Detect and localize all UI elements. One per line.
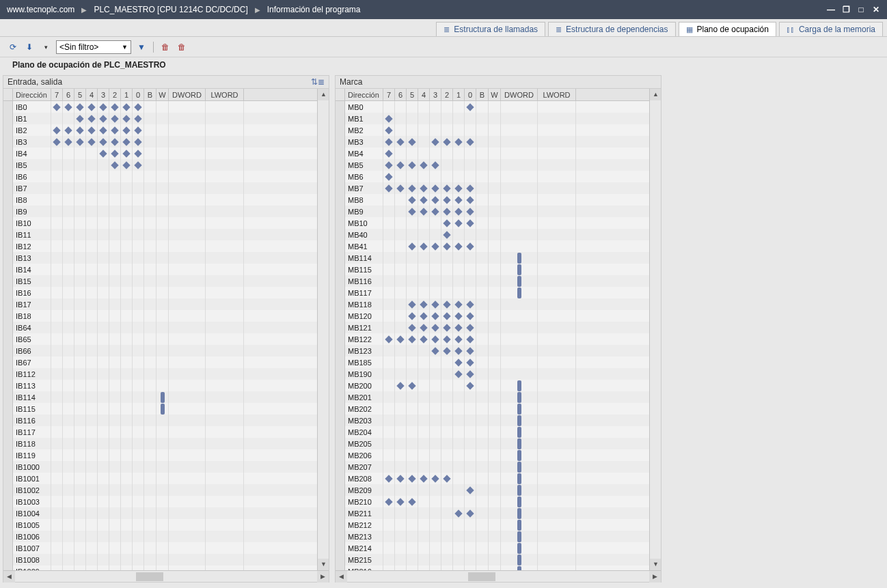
restore-button[interactable]: ❐ [839, 3, 853, 16]
column-options-icon[interactable]: ⇅≣ [311, 77, 325, 87]
table-row[interactable]: MB41 [336, 240, 649, 252]
col-dword[interactable]: DWORD [501, 89, 538, 100]
table-row[interactable]: IB14 [3, 264, 317, 275]
table-row[interactable]: MB123 [336, 345, 649, 356]
table-row[interactable]: IB6 [3, 171, 317, 182]
table-row[interactable]: IB15 [3, 275, 317, 287]
minimize-button[interactable]: — [824, 3, 838, 16]
col-bit4[interactable]: 4 [418, 89, 430, 100]
delete-icon[interactable]: 🗑 [159, 41, 172, 53]
scroll-left-icon[interactable]: ◀ [3, 571, 15, 583]
table-row[interactable]: MB185 [336, 356, 649, 368]
table-row[interactable]: IB116 [3, 415, 317, 426]
table-row[interactable]: IB2 [3, 124, 317, 136]
scroll-up-icon[interactable]: ▲ [318, 89, 329, 100]
table-row[interactable]: MB7 [336, 182, 649, 194]
table-row[interactable]: IB1005 [3, 519, 317, 531]
table-row[interactable]: IB11 [3, 229, 317, 240]
scroll-up-icon[interactable]: ▲ [650, 89, 661, 100]
maximize-button[interactable]: □ [854, 3, 868, 16]
table-row[interactable]: MB202 [336, 403, 649, 415]
table-row[interactable]: MB122 [336, 333, 649, 345]
col-address[interactable]: Dirección [13, 89, 51, 100]
table-row[interactable]: IB67 [3, 356, 317, 368]
col-w[interactable]: W [489, 89, 501, 100]
table-row[interactable]: MB209 [336, 484, 649, 496]
scroll-left-icon[interactable]: ◀ [336, 571, 347, 583]
table-row[interactable]: IB112 [3, 368, 317, 380]
table-row[interactable]: MB2 [336, 124, 649, 136]
table-row[interactable]: MB1 [336, 113, 649, 124]
hscrollbar[interactable]: ◀▶ [336, 570, 661, 582]
table-row[interactable]: MB120 [336, 310, 649, 322]
table-row[interactable]: IB1008 [3, 554, 317, 565]
table-row[interactable]: MB40 [336, 229, 649, 240]
filter-icon[interactable]: ▼ [135, 41, 148, 53]
table-row[interactable]: IB8 [3, 194, 317, 206]
table-row[interactable]: MB203 [336, 415, 649, 426]
filter-select[interactable]: <Sin filtro> ▼ [56, 40, 131, 54]
table-row[interactable]: IB10 [3, 217, 317, 229]
table-row[interactable]: IB18 [3, 310, 317, 322]
table-row[interactable]: IB1006 [3, 531, 317, 542]
tab-memory-usage[interactable]: ⫿⫿Carga de la memoria [779, 22, 883, 36]
col-lword[interactable]: LWORD [206, 89, 244, 100]
scroll-down-icon[interactable]: ▼ [318, 559, 329, 570]
col-bit1[interactable]: 1 [121, 89, 133, 100]
col-bit0[interactable]: 0 [465, 89, 476, 100]
table-row[interactable]: MB213 [336, 531, 649, 542]
table-row[interactable]: IB3 [3, 136, 317, 148]
col-bit2[interactable]: 2 [441, 89, 453, 100]
table-row[interactable]: IB1001 [3, 473, 317, 484]
table-row[interactable]: MB201 [336, 391, 649, 403]
table-row[interactable]: MB210 [336, 496, 649, 507]
table-row[interactable]: MB190 [336, 368, 649, 380]
table-row[interactable]: IB4 [3, 148, 317, 159]
col-address[interactable]: Dirección [345, 89, 383, 100]
table-row[interactable]: IB119 [3, 449, 317, 461]
table-row[interactable]: IB115 [3, 403, 317, 415]
col-b[interactable]: B [144, 89, 156, 100]
table-row[interactable]: IB0 [3, 101, 317, 113]
tab-assignment-plan[interactable]: ▦Plano de ocupación [679, 22, 776, 36]
table-row[interactable]: IB12 [3, 240, 317, 252]
tab-call-structure[interactable]: ≣Estructura de llamadas [436, 22, 545, 36]
table-row[interactable]: MB4 [336, 148, 649, 159]
table-row[interactable]: IB64 [3, 322, 317, 333]
table-row[interactable]: IB114 [3, 391, 317, 403]
col-bit1[interactable]: 1 [453, 89, 465, 100]
tab-dependency-structure[interactable]: ≣Estructura de dependencias [548, 22, 675, 36]
table-row[interactable]: MB204 [336, 426, 649, 438]
col-bit6[interactable]: 6 [395, 89, 407, 100]
col-bit7[interactable]: 7 [51, 89, 63, 100]
table-row[interactable]: MB121 [336, 322, 649, 333]
col-bit6[interactable]: 6 [63, 89, 74, 100]
download-icon[interactable]: ⬇ [23, 41, 36, 53]
close-button[interactable]: ✕ [869, 3, 883, 16]
table-row[interactable]: MB212 [336, 519, 649, 531]
table-row[interactable]: IB1000 [3, 461, 317, 473]
scroll-right-icon[interactable]: ▶ [649, 571, 661, 583]
col-bit0[interactable]: 0 [133, 89, 144, 100]
col-w[interactable]: W [156, 89, 169, 100]
table-row[interactable]: MB3 [336, 136, 649, 148]
table-row[interactable]: MB200 [336, 380, 649, 391]
col-bit7[interactable]: 7 [383, 89, 395, 100]
delete-multi-icon[interactable]: 🗑 [176, 41, 188, 53]
vscrollbar[interactable]: ▲▼ [317, 89, 329, 570]
table-row[interactable]: MB214 [336, 542, 649, 554]
table-row[interactable]: MB115 [336, 264, 649, 275]
table-row[interactable]: MB206 [336, 449, 649, 461]
table-row[interactable]: IB9 [3, 206, 317, 217]
col-bit5[interactable]: 5 [74, 89, 86, 100]
table-row[interactable]: MB0 [336, 101, 649, 113]
col-bit4[interactable]: 4 [86, 89, 98, 100]
table-row[interactable]: MB216 [336, 565, 649, 570]
vscrollbar[interactable]: ▲▼ [649, 89, 661, 570]
table-row[interactable]: IB17 [3, 298, 317, 310]
table-row[interactable]: MB205 [336, 438, 649, 449]
table-row[interactable]: MB208 [336, 473, 649, 484]
table-row[interactable]: MB211 [336, 507, 649, 519]
scroll-right-icon[interactable]: ▶ [317, 571, 329, 583]
table-row[interactable]: MB10 [336, 217, 649, 229]
